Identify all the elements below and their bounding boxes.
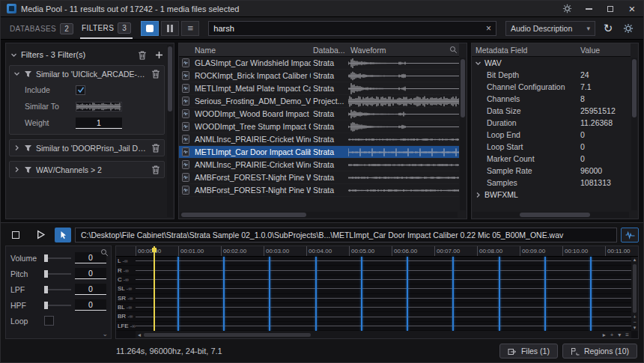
zoom-search-icon[interactable]	[100, 248, 109, 257]
play-button[interactable]	[30, 227, 51, 242]
toolbar-gear-button[interactable]	[621, 21, 636, 36]
metadata-group-row[interactable]: WAV	[472, 57, 631, 69]
column-header-waveform[interactable]: Waveform	[348, 46, 447, 55]
chevron-right-icon[interactable]	[13, 144, 20, 151]
tab-filters[interactable]: FILTERS 3	[80, 17, 133, 39]
file-name: METLImpt_Car Door Impact Caliber	[192, 147, 311, 156]
metadata-row[interactable]: Bit Depth24	[472, 69, 631, 81]
file-list-vscrollbar[interactable]	[460, 58, 466, 210]
chevron-down-icon[interactable]	[10, 52, 17, 58]
scroll-right-icon[interactable]: ▸	[603, 332, 606, 338]
metadata-row[interactable]: Channel Configuration7.1	[472, 81, 631, 93]
column-header-name[interactable]: Name	[192, 46, 311, 55]
controls-scroll-down-icon[interactable]: ⌄	[102, 330, 108, 338]
file-row[interactable]: METLImpt_Metal Plate Impact CalilStrata	[179, 82, 459, 95]
metadata-row[interactable]: Channels8	[472, 93, 631, 105]
minimize-button[interactable]	[583, 4, 594, 14]
loop-checkbox[interactable]	[44, 316, 54, 326]
list-search-icon[interactable]	[447, 46, 459, 54]
control-value[interactable]: 0	[75, 268, 106, 279]
wave-vscrollbar[interactable]: ▴ + − ▾	[631, 257, 638, 331]
chevron-right-icon[interactable]	[13, 166, 20, 173]
delete-all-filters-button[interactable]	[138, 50, 147, 60]
file-list-hscrollbar[interactable]	[180, 212, 458, 218]
tab-databases[interactable]: DATABASES 2	[8, 17, 75, 39]
control-slider[interactable]	[44, 305, 71, 306]
metadata-row[interactable]: Marker Count0	[472, 153, 631, 165]
filter-card-header[interactable]: Similar to 'DOORPrisn_Jail Do...	[10, 140, 164, 156]
file-row[interactable]: AMBForst_FOREST-Night Pine WinStrata	[179, 184, 459, 197]
file-row[interactable]: WOODImpt_Wood Board Impact CStrata	[179, 108, 459, 121]
control-value[interactable]: 0	[75, 284, 106, 295]
wave-hscrollbar[interactable]: ◂ ▸ + ▾ ≡	[136, 331, 631, 338]
add-marker-icon[interactable]: +	[610, 332, 614, 338]
close-button[interactable]: ×	[627, 4, 637, 14]
file-row[interactable]: AMBForst_FOREST-Night Pine WinStrata	[179, 171, 459, 184]
channel-waveform	[136, 312, 631, 320]
add-filter-button[interactable]	[155, 51, 163, 59]
control-slider[interactable]	[44, 273, 71, 275]
refresh-button[interactable]: ↻	[601, 21, 616, 36]
timeline-ruler[interactable]: 00:00.0000:01.0000:02.0000:03.0000:04.00…	[116, 246, 638, 257]
stop-button[interactable]	[5, 227, 26, 242]
file-row[interactable]: WOODImpt_Tree Stump Impact CaStrata	[179, 121, 459, 133]
metadata-row[interactable]: Samples1081313	[472, 177, 631, 189]
waveform-fit-button[interactable]	[621, 228, 639, 242]
metadata-vscrollbar[interactable]	[631, 58, 637, 210]
channel-label: C	[118, 276, 122, 283]
scroll-up-icon[interactable]: ▴	[634, 257, 637, 263]
metadata-row[interactable]: Duration11.26368	[472, 117, 631, 129]
column-header-value[interactable]: Value	[577, 46, 631, 55]
metadata-row[interactable]: Loop End0	[472, 129, 631, 141]
collapse-icon[interactable]: ▾	[618, 332, 621, 338]
file-row[interactable]: METLImpt_Car Door Impact CaliberStrata	[179, 146, 459, 159]
similar-to-waveform-thumb[interactable]	[76, 102, 122, 112]
trash-icon	[151, 69, 160, 79]
ruler-tick: 00:02.00	[221, 246, 264, 256]
search-scope-dropdown[interactable]: Audio Description ▾	[505, 21, 595, 36]
file-row[interactable]: ANMLInsc_PRAIRIE-Cricket Wind GStrata	[179, 159, 459, 171]
file-row[interactable]: ROCKImpt_Brick Impact Caliber 0.2Strata	[179, 70, 459, 82]
chevron-down-icon[interactable]	[13, 70, 20, 77]
file-name: GLASImpt_Car Windshield Impact (	[192, 58, 311, 67]
file-row[interactable]: GLASImpt_Car Windshield Impact (Strata	[179, 57, 459, 70]
metadata-row[interactable]: Sample Rate96000	[472, 165, 631, 177]
metadata-group-row[interactable]: BWFXML	[472, 189, 631, 201]
zoom-out-icon[interactable]: −	[633, 320, 636, 325]
view-columns-button[interactable]	[161, 21, 179, 36]
maximize-button[interactable]	[605, 4, 616, 14]
view-list-button[interactable]: ≡	[181, 21, 199, 36]
scroll-down-icon[interactable]: ▾	[634, 325, 637, 331]
weight-input[interactable]	[76, 118, 122, 129]
filter-card-header[interactable]: Similar to 'UIClick_ARCADE-Cli...	[10, 66, 164, 82]
metadata-hscrollbar[interactable]	[473, 212, 629, 218]
clear-search-icon[interactable]: ×	[483, 24, 491, 33]
waveform-editor[interactable]: 00:00.0000:01.0000:02.0000:03.0000:04.00…	[115, 245, 639, 339]
filters-scrollbar[interactable]	[167, 45, 173, 217]
column-header-database[interactable]: Databa...	[311, 46, 348, 55]
metadata-row[interactable]: Data Size25951512	[472, 105, 631, 117]
control-slider[interactable]	[44, 257, 71, 259]
search-input[interactable]	[213, 24, 483, 33]
wave-menu-icon[interactable]: ≡	[625, 332, 629, 338]
control-slider[interactable]	[44, 289, 71, 290]
file-path-field[interactable]: C:\Desktop\File Cabinet\Strata\Strata Sa…	[75, 228, 617, 242]
file-row[interactable]: ANMLInsc_PRAIRIE-Cricket Wind GStrata	[179, 133, 459, 146]
ruler-tick: 00:09.00	[520, 246, 562, 256]
selection-tool-button[interactable]	[55, 228, 71, 242]
file-row[interactable]: Serious_Frosting_ADM_Demo_V23_Project...	[179, 95, 459, 108]
include-checkbox[interactable]	[76, 85, 85, 95]
regions-button[interactable]: Regions (10)	[562, 344, 637, 359]
delete-filter-button[interactable]	[151, 143, 160, 153]
metadata-row[interactable]: Loop Start0	[472, 141, 631, 153]
control-value[interactable]: 0	[75, 299, 106, 311]
column-header-metadata-field[interactable]: Metadata Field	[472, 46, 577, 55]
scroll-left-icon[interactable]: ◂	[138, 332, 141, 338]
settings-gear-icon[interactable]	[562, 4, 572, 14]
files-button[interactable]: Files (1)	[499, 344, 558, 359]
delete-filter-button[interactable]	[151, 69, 160, 79]
filter-card-header[interactable]: WAV/Channels > 2	[10, 162, 164, 177]
view-panel-button[interactable]	[141, 21, 159, 36]
zoom-in-icon[interactable]: +	[633, 314, 636, 320]
delete-filter-button[interactable]	[151, 165, 160, 174]
